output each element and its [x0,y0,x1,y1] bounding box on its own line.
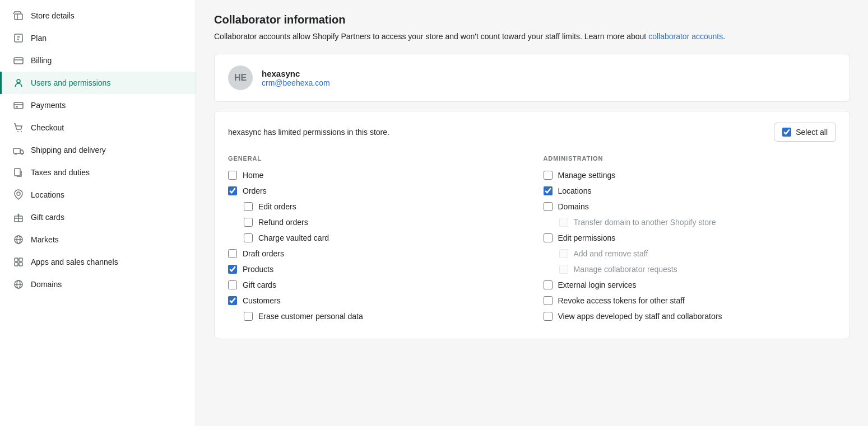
general-section-title: GENERAL [228,155,521,162]
perm-label-domains[interactable]: Domains [558,202,589,211]
shipping-icon [13,144,24,156]
sidebar-item-label: Plan [31,34,47,43]
sidebar-item-label: Markets [31,235,59,244]
perm-item-external-login: External login services [544,280,837,289]
perm-label-edit-permissions[interactable]: Edit permissions [558,233,616,242]
users-icon [13,77,24,88]
collab-accounts-link[interactable]: collaborator accounts [648,32,723,41]
username: hexasync [262,69,330,78]
sidebar-item-store-details[interactable]: Store details [0,4,196,27]
perm-checkbox-products[interactable] [228,265,237,274]
sidebar-item-locations[interactable]: Locations [0,184,196,206]
plan-icon [13,32,24,44]
sidebar-item-billing[interactable]: Billing [0,49,196,72]
perm-label-gift-cards[interactable]: Gift cards [243,280,276,289]
perm-item-refund-orders: Refund orders [228,218,521,227]
perm-label-view-apps[interactable]: View apps developed by staff and collabo… [558,312,722,321]
perm-label-refund-orders[interactable]: Refund orders [258,218,308,227]
select-all-checkbox[interactable] [782,128,791,137]
perm-item-products: Products [228,265,521,274]
store-icon [13,10,24,21]
perm-label-external-login[interactable]: External login services [558,280,637,289]
perm-label-erase-customer[interactable]: Erase customer personal data [258,312,363,321]
perm-checkbox-gift-cards[interactable] [228,280,237,289]
perm-label-charge-vaulted[interactable]: Charge vaulted card [258,233,329,242]
svg-rect-24 [15,258,18,261]
perm-checkbox-transfer-domain [559,218,568,227]
sidebar-item-shipping[interactable]: Shipping and delivery [0,139,196,161]
sidebar-item-users-permissions[interactable]: Users and permissions [0,72,196,94]
user-card: HE hexasync crm@beehexa.com [214,54,850,102]
sidebar-item-apps-sales[interactable]: Apps and sales channels [0,251,196,273]
perm-checkbox-edit-orders[interactable] [244,202,253,211]
perm-label-edit-orders[interactable]: Edit orders [258,202,296,211]
sidebar-item-markets[interactable]: Markets [0,228,196,251]
perm-checkbox-customers[interactable] [228,296,237,305]
perm-label-home[interactable]: Home [243,171,263,180]
perm-label-products[interactable]: Products [243,265,273,274]
svg-point-17 [17,192,20,195]
perm-label-add-remove-staff: Add and remove staff [574,249,648,258]
svg-rect-5 [14,58,23,64]
main-content: Collaborator information Collaborator ac… [196,0,868,426]
perm-checkbox-orders[interactable] [228,186,237,195]
sidebar-item-label: Taxes and duties [31,168,90,177]
avatar: HE [228,65,253,90]
sidebar-item-label: Store details [31,11,75,20]
perm-checkbox-revoke-tokens[interactable] [544,296,553,305]
perm-checkbox-erase-customer[interactable] [244,312,253,321]
sidebar-item-label: Billing [31,56,52,65]
perm-checkbox-domains[interactable] [544,202,553,211]
perm-label-manage-collaborator: Manage collaborator requests [574,265,677,274]
perm-item-home: Home [228,171,521,180]
collab-info-title: Collaborator information [214,13,850,26]
perm-item-customers: Customers [228,296,521,305]
svg-rect-10 [16,106,18,107]
locations-icon [13,189,24,200]
administration-section: ADMINISTRATION Manage settingsLocationsD… [544,155,837,327]
sidebar-item-taxes[interactable]: Taxes and duties [0,161,196,184]
perm-label-locations[interactable]: Locations [558,186,592,195]
svg-point-14 [15,153,17,155]
perm-label-revoke-tokens[interactable]: Revoke access tokens for other staff [558,296,685,305]
perm-checkbox-home[interactable] [228,171,237,180]
sidebar-item-gift-cards[interactable]: Gift cards [0,206,196,228]
perm-checkbox-manage-settings[interactable] [544,171,553,180]
perm-item-charge-vaulted: Charge vaulted card [228,233,521,242]
svg-point-12 [21,131,22,132]
general-section: GENERAL HomeOrdersEdit ordersRefund orde… [228,155,521,327]
perm-checkbox-edit-permissions[interactable] [544,233,553,242]
perm-checkbox-charge-vaulted[interactable] [244,233,253,242]
domains-icon [13,279,24,290]
perm-item-transfer-domain: Transfer domain to another Shopify store [544,218,837,227]
checkout-icon [13,122,24,133]
select-all-button[interactable]: Select all [774,123,836,142]
perm-item-erase-customer: Erase customer personal data [228,312,521,321]
perm-item-gift-cards: Gift cards [228,280,521,289]
svg-rect-27 [19,263,22,266]
user-email: crm@beehexa.com [262,78,330,87]
sidebar-item-checkout[interactable]: Checkout [0,116,196,139]
perm-item-draft-orders: Draft orders [228,249,521,258]
sidebar-item-plan[interactable]: Plan [0,27,196,49]
sidebar-item-label: Locations [31,190,64,199]
markets-icon [13,234,24,245]
sidebar-item-domains[interactable]: Domains [0,273,196,296]
perm-checkbox-external-login[interactable] [544,280,553,289]
sidebar-item-label: Shipping and delivery [31,146,106,155]
perm-checkbox-draft-orders[interactable] [228,249,237,258]
perm-checkbox-view-apps[interactable] [544,312,553,321]
svg-rect-25 [19,258,22,261]
sidebar-item-payments[interactable]: Payments [0,94,196,116]
sidebar-item-label: Users and permissions [31,78,110,87]
permissions-grid: GENERAL HomeOrdersEdit ordersRefund orde… [228,155,836,327]
perm-checkbox-locations[interactable] [544,186,553,195]
perm-checkbox-manage-collaborator [559,265,568,274]
perm-label-manage-settings[interactable]: Manage settings [558,171,616,180]
perm-label-orders[interactable]: Orders [243,186,267,195]
perm-item-add-remove-staff: Add and remove staff [544,249,837,258]
perm-item-view-apps: View apps developed by staff and collabo… [544,312,837,321]
perm-label-draft-orders[interactable]: Draft orders [243,249,284,258]
perm-checkbox-refund-orders[interactable] [244,218,253,227]
perm-label-customers[interactable]: Customers [243,296,281,305]
